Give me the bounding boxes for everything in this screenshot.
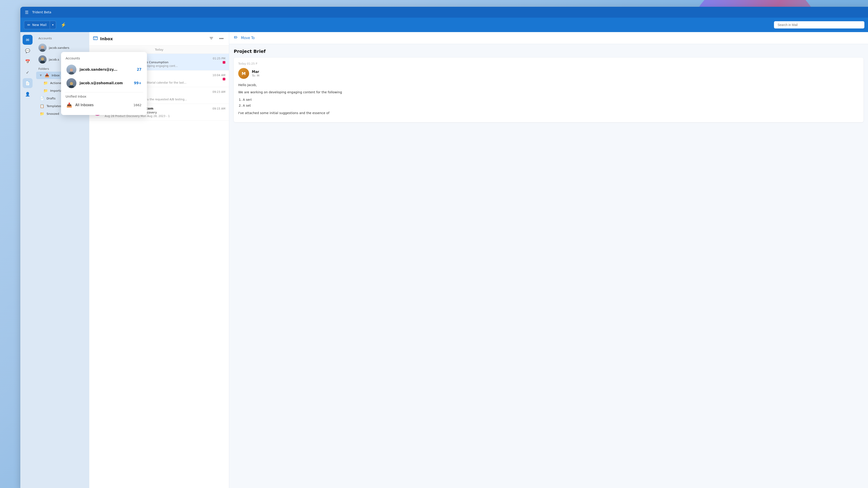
sender-avatar: M [238, 68, 249, 79]
actioned-folder-icon: 📁 [43, 81, 48, 85]
dropdown-all-inboxes[interactable]: 📥 All Inboxes 1662 [65, 101, 143, 109]
nav-item-notes[interactable]: 📄 [23, 78, 33, 88]
notes-nav-icon: 📄 [25, 81, 30, 86]
new-mail-main[interactable]: ✏️ New Mail [24, 21, 50, 29]
toolbar: ✏️ New Mail ▾ ⚡ [20, 18, 868, 32]
all-inboxes-name: All Inboxes [75, 103, 130, 107]
account-name-1: jacob.sanders [49, 46, 86, 50]
nav-item-mail[interactable]: ✉ [23, 35, 33, 45]
content-area: ✉ 💬 📅 ✓ 📄 👤 Accounts [20, 32, 868, 488]
dropdown-account-1[interactable]: jacob.s@zohomail.com 99+ [65, 76, 143, 90]
filter-button[interactable] [208, 35, 215, 42]
new-mail-dropdown-arrow[interactable]: ▾ [50, 22, 56, 28]
mail-time-0: 01:25 PM [213, 57, 225, 60]
tasks-nav-icon: ✓ [26, 70, 29, 75]
snoozed-folder-icon: 📁 [40, 111, 44, 116]
email-body: Hello Jacob, We are working on developin… [238, 83, 859, 116]
color-tag-1 [223, 78, 225, 80]
svg-rect-0 [93, 37, 97, 40]
dropdown-avatar-1 [66, 78, 76, 88]
contacts-nav-icon: 👤 [25, 92, 30, 96]
reading-pane-content: Project Brief Today 01:25 P M Mar To: M [229, 44, 868, 488]
dropdown-account-0[interactable]: jacob.sanders@zy... 27 [65, 63, 143, 76]
nav-item-calendar[interactable]: 📅 [23, 57, 33, 66]
email-footer: I've attached some initial suggestions a… [238, 110, 859, 116]
email-sender-name: Mar [252, 70, 859, 74]
inbox-folder-icon: 📥 [45, 73, 49, 77]
email-greeting: Hello Jacob, [238, 83, 859, 88]
all-inboxes-icon: 📥 [66, 102, 72, 108]
email-card: Today 01:25 P M Mar To: M Hello Jacob, W… [234, 58, 864, 122]
dropdown-accounts-title: Accounts [65, 57, 143, 60]
email-sender-info: Mar To: M [252, 70, 859, 77]
new-mail-label: New Mail [32, 23, 46, 27]
hamburger-icon[interactable]: ☰ [24, 9, 29, 15]
mail-preview-3: Aug 28 Product Discovery Mon Aug 28, 202… [105, 115, 225, 118]
chat-nav-icon: 💬 [25, 48, 30, 53]
reading-pane-header: Move To [229, 32, 868, 44]
accounts-dropdown: Accounts jacob.sanders@zy... 27 jacob.s@… [61, 52, 147, 115]
all-inboxes-count: 1662 [133, 103, 142, 107]
account-avatar-1 [38, 43, 46, 52]
app-window: ☰ Trident Beta ✏️ New Mail ▾ ⚡ ✉ 💬 📅 [20, 7, 868, 488]
app-title: Trident Beta [32, 10, 51, 14]
new-mail-button[interactable]: ✏️ New Mail ▾ [24, 21, 56, 29]
dropdown-account-name-0: jacob.sanders@zy... [80, 68, 130, 72]
dropdown-badge-1: 99+ [133, 81, 142, 85]
nav-item-tasks[interactable]: ✓ [23, 67, 33, 77]
folder-expand-icon: ▼ [40, 74, 41, 77]
mail-time-1: 10:04 AM [213, 74, 225, 77]
lightning-button[interactable]: ⚡ [59, 20, 68, 29]
email-subject-title: Project Brief [234, 48, 864, 54]
email-intro: We are working on developing engaging co… [238, 90, 859, 95]
dropdown-unified-title: Unified Inbox [65, 95, 143, 98]
nav-rail: ✉ 💬 📅 ✓ 📄 👤 [20, 32, 35, 488]
dropdown-badge-0: 27 [133, 68, 142, 72]
nav-item-chat[interactable]: 💬 [23, 46, 33, 56]
move-to-icon [234, 35, 238, 41]
mail-list-header: Inbox ••• [89, 32, 229, 46]
more-options-button[interactable]: ••• [217, 35, 225, 42]
accounts-section-title: Accounts [35, 36, 89, 42]
drafts-folder-icon: 📄 [40, 96, 44, 101]
email-list-item-2: A set [243, 103, 859, 108]
important-folder-icon: 📁 [43, 89, 48, 93]
nav-item-contacts[interactable]: 👤 [23, 89, 33, 99]
reading-pane: Move To Project Brief Today 01:25 P M Ma… [229, 32, 868, 488]
account-avatar-2 [38, 55, 46, 64]
inbox-header-icon [93, 36, 98, 42]
email-meta: M Mar To: M [238, 68, 859, 79]
dropdown-avatar-0 [66, 65, 76, 74]
email-list-item-1: A seri [243, 97, 859, 102]
mail-nav-icon: ✉ [26, 37, 29, 42]
search-input[interactable] [774, 21, 864, 29]
inbox-title: Inbox [100, 36, 205, 41]
title-bar: ☰ Trident Beta [20, 7, 868, 18]
email-list: A seri A set [243, 97, 859, 108]
templates-folder-icon: 📋 [40, 104, 44, 108]
move-to-label[interactable]: Move To [241, 36, 255, 40]
calendar-nav-icon: 📅 [25, 59, 30, 64]
email-to: To: M [252, 74, 859, 77]
compose-icon: ✏️ [27, 23, 30, 27]
dropdown-account-name-1: jacob.s@zohomail.com [80, 81, 130, 85]
color-tag-0 [223, 61, 225, 64]
mail-time-2: 09:23 AM [213, 90, 225, 94]
email-card-timestamp: Today 01:25 P [238, 62, 859, 65]
mail-time-3: 09:15 AM [213, 107, 225, 110]
